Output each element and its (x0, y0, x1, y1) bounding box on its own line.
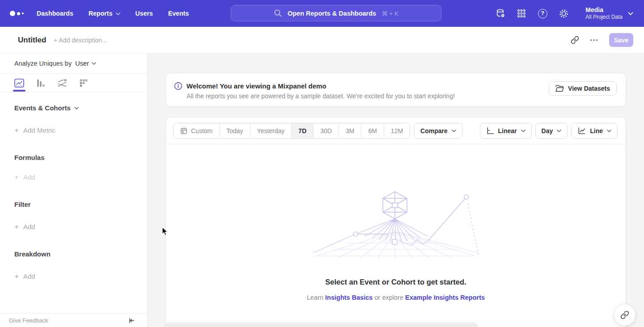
line-chart-icon (577, 127, 586, 134)
search-shortcut: ⌘ + K (381, 10, 398, 17)
nav-events[interactable]: Events (168, 10, 189, 17)
example-insights-reports-link[interactable]: Example Insights Reports (405, 294, 485, 301)
data-management-icon[interactable] (495, 8, 506, 19)
empty-state-title: Select an Event or Cohort to get started… (325, 278, 466, 286)
link-icon (620, 310, 629, 319)
info-icon (174, 82, 182, 90)
chevron-down-icon (521, 130, 525, 132)
primary-nav: Dashboards Reports Users Events (37, 10, 189, 17)
range-3m[interactable]: 3M (339, 123, 361, 138)
chevron-down-icon (92, 62, 96, 65)
help-icon[interactable]: ? (537, 8, 548, 19)
chevron-down-icon (116, 13, 120, 15)
search-icon (274, 9, 282, 17)
visualization-tabs (0, 74, 147, 92)
more-options-button[interactable]: ··· (587, 33, 602, 48)
view-datasets-button[interactable]: View Datasets (549, 81, 617, 96)
ellipsis-icon: ··· (590, 36, 599, 45)
settings-gear-icon[interactable] (558, 8, 569, 19)
add-formula-button[interactable]: + Add (0, 173, 147, 181)
tab-flows[interactable] (57, 74, 67, 92)
global-search-input[interactable]: Open Reports & Dashboards ⌘ + K (231, 5, 441, 21)
report-toolbar: Custom Today Yesterday 7D 30D 3M 6M 12M … (166, 117, 626, 144)
mixpanel-logo-icon[interactable] (10, 11, 30, 16)
save-button[interactable]: Save (609, 33, 633, 47)
range-6m[interactable]: 6M (361, 123, 384, 138)
chevron-down-icon (74, 107, 79, 109)
banner-title: Welcome! You are viewing a Mixpanel demo (186, 82, 326, 90)
welcome-banner: Welcome! You are viewing a Mixpanel demo… (165, 73, 626, 107)
add-breakdown-button[interactable]: + Add (0, 272, 147, 280)
compare-dropdown[interactable]: Compare (414, 123, 462, 139)
dots-grid-icon (79, 79, 88, 88)
empty-state: Select an Event or Cohort to get started… (166, 145, 626, 327)
axis-icon (486, 127, 494, 134)
copy-link-button[interactable] (567, 33, 582, 48)
report-card: Custom Today Yesterday 7D 30D 3M 6M 12M … (165, 117, 626, 327)
chevron-down-icon (452, 130, 456, 132)
top-nav-right: ? Media All Project Data (495, 0, 633, 27)
interval-dropdown[interactable]: Day (535, 123, 568, 139)
empty-state-illustration (311, 190, 481, 258)
range-custom[interactable]: Custom (174, 123, 220, 138)
empty-state-links: Learn Insights Basics or explore Example… (307, 294, 485, 301)
plus-icon: + (14, 173, 19, 181)
analyze-row: Analyze Uniques by User (0, 54, 147, 74)
plus-icon: + (14, 223, 19, 231)
floating-share-link-button[interactable] (614, 304, 636, 326)
sidebar-footer: Give Feedback (0, 313, 147, 327)
range-yesterday[interactable]: Yesterday (250, 123, 292, 138)
project-switcher[interactable]: Media All Project Data (585, 6, 633, 21)
report-header-actions: ··· Save (567, 33, 633, 48)
nav-dashboards[interactable]: Dashboards (37, 10, 73, 17)
project-scope: All Project Data (585, 14, 623, 21)
top-navigation: Dashboards Reports Users Events Open Rep… (0, 0, 644, 27)
flows-icon (57, 79, 67, 88)
range-12m[interactable]: 12M (384, 123, 410, 138)
banner-subtitle: All the reports you see are powered by a… (186, 92, 455, 100)
tab-retention[interactable] (79, 74, 89, 92)
add-metric-button[interactable]: + Add Metric (0, 126, 147, 134)
analyze-by-dropdown[interactable]: User (75, 60, 96, 67)
link-icon (571, 36, 579, 44)
query-builder-sidebar: Analyze Uniques by User (0, 54, 148, 327)
main-content: Welcome! You are viewing a Mixpanel demo… (148, 54, 644, 327)
range-today[interactable]: Today (220, 123, 250, 138)
chevron-down-icon (607, 130, 611, 132)
folder-icon (555, 85, 564, 92)
chart-controls: Linear Day Line (480, 123, 618, 139)
breakdown-section-title: Breakdown (0, 250, 147, 258)
chevron-down-icon (628, 12, 633, 15)
range-30d[interactable]: 30D (314, 123, 339, 138)
insights-basics-link[interactable]: Insights Basics (325, 294, 373, 301)
add-filter-button[interactable]: + Add (0, 223, 147, 231)
project-name: Media (585, 6, 623, 14)
chart-type-dropdown[interactable]: Line (571, 123, 618, 139)
scale-dropdown[interactable]: Linear (480, 123, 532, 139)
apps-grid-icon[interactable] (516, 8, 527, 19)
next-section-peek (164, 323, 478, 327)
bar-chart-icon (36, 79, 45, 88)
nav-reports[interactable]: Reports (89, 10, 120, 17)
mixpanel-app: Dashboards Reports Users Events Open Rep… (0, 0, 644, 327)
filter-section-title: Filter (0, 201, 147, 208)
range-7d[interactable]: 7D (292, 123, 314, 138)
tab-insights[interactable] (14, 74, 24, 92)
events-cohorts-section[interactable]: Events & Cohorts (0, 104, 147, 112)
analyze-label: Analyze Uniques by (14, 60, 72, 67)
add-description-field[interactable]: + Add description... (54, 37, 107, 44)
plus-icon: + (14, 272, 19, 280)
collapse-sidebar-button[interactable] (128, 317, 136, 324)
give-feedback-link[interactable]: Give Feedback (9, 317, 48, 324)
tab-bar-chart[interactable] (36, 74, 46, 92)
search-placeholder: Open Reports & Dashboards (288, 10, 376, 17)
report-title[interactable]: Untitled (18, 36, 46, 45)
plus-icon: + (14, 126, 19, 134)
report-header: Untitled + Add description... ··· Save (0, 27, 644, 54)
calendar-icon (180, 127, 187, 134)
chevron-down-icon (557, 130, 561, 132)
date-range-selector: Custom Today Yesterday 7D 30D 3M 6M 12M (173, 123, 410, 139)
nav-users[interactable]: Users (136, 10, 153, 17)
line-chart-icon (14, 79, 24, 88)
formulas-section-title: Formulas (0, 154, 147, 161)
